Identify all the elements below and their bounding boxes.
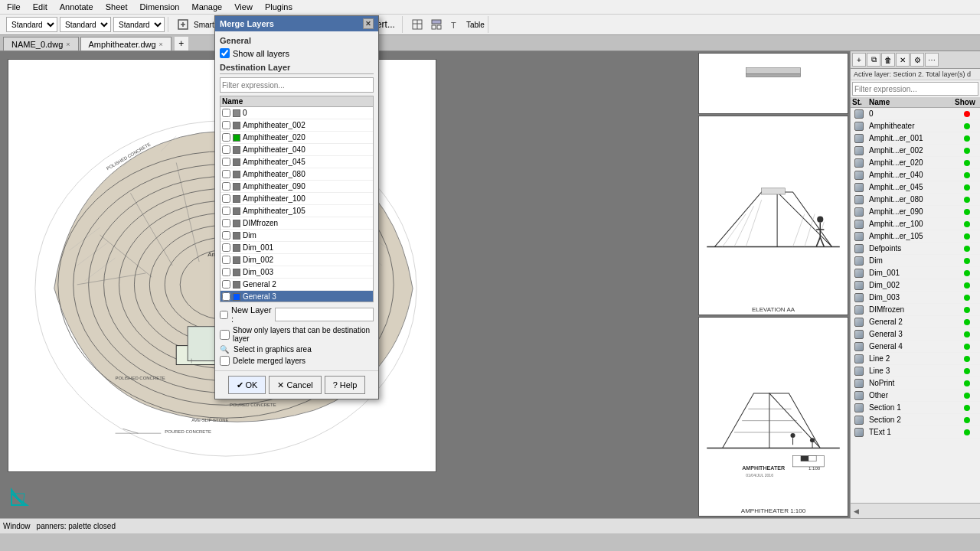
dialog-list-item[interactable]: DIMfrozen	[220, 217, 373, 230]
ok-button[interactable]: ✔ OK	[228, 376, 266, 394]
layer-filter-input[interactable]	[852, 82, 978, 96]
layer-row[interactable]: Amphit...er_002	[851, 145, 980, 157]
layer-row[interactable]: Line 3	[851, 365, 980, 377]
menu-plugins[interactable]: Plugins	[261, 2, 296, 12]
layer-row[interactable]: Amphit...er_001	[851, 132, 980, 145]
menu-edit[interactable]: Edit	[29, 2, 51, 12]
dialog-list-item[interactable]: Dim_001	[220, 242, 373, 254]
delete-merged-checkbox[interactable]	[220, 356, 230, 366]
tab-name0-close[interactable]: ×	[66, 41, 70, 48]
dialog-filter-input[interactable]	[220, 77, 374, 93]
dialog-close-btn[interactable]: ✕	[363, 18, 374, 29]
layer-row[interactable]: Amphit...er_105	[851, 230, 980, 243]
layer-row[interactable]: General 3	[851, 328, 980, 341]
layer-row[interactable]: Amphit...er_040	[851, 169, 980, 181]
standard-dropdown2[interactable]: Standard	[60, 17, 111, 32]
layer-row[interactable]: 0	[851, 108, 980, 120]
layer-close-btn[interactable]: ✕	[896, 53, 910, 67]
layer-add-btn[interactable]: +	[852, 53, 866, 67]
dialog-list-item[interactable]: Amphitheater_100	[220, 193, 373, 205]
layer-row[interactable]: NoPrint	[851, 377, 980, 390]
dialog-list-item[interactable]: Amphitheater_080	[220, 168, 373, 181]
layer-checkbox[interactable]	[222, 268, 230, 276]
layer-checkbox[interactable]	[222, 219, 230, 227]
menu-sheet[interactable]: Sheet	[102, 2, 132, 12]
standard-dropdown[interactable]: Standard	[6, 17, 57, 32]
layer-checkbox[interactable]	[222, 133, 230, 142]
layer-row[interactable]: Amphit...er_045	[851, 181, 980, 194]
cancel-button[interactable]: ✕ Cancel	[269, 376, 321, 394]
dialog-list-item[interactable]: Amphitheater_045	[220, 156, 373, 168]
layer-row[interactable]: Amphit...er_100	[851, 218, 980, 230]
layer-checkbox[interactable]	[222, 158, 230, 166]
layer-checkbox[interactable]	[222, 292, 230, 301]
layer-row[interactable]: General 4	[851, 341, 980, 353]
layer-row[interactable]: Dim_003	[851, 292, 980, 304]
layer-checkbox[interactable]	[222, 231, 230, 240]
show-all-layers-checkbox[interactable]	[220, 48, 230, 58]
layer-row[interactable]: Line 2	[851, 353, 980, 365]
layer-row[interactable]: Amphit...er_090	[851, 206, 980, 218]
layer-row[interactable]: Amphitheater	[851, 120, 980, 132]
layer-settings-btn[interactable]: ⚙	[910, 53, 924, 67]
menu-file[interactable]: File	[3, 2, 24, 12]
table-btn2[interactable]	[428, 16, 445, 33]
layer-checkbox[interactable]	[222, 256, 230, 264]
layer-del-btn[interactable]: 🗑	[881, 53, 895, 67]
smart-btn[interactable]	[175, 16, 191, 33]
table-btn1[interactable]	[409, 16, 426, 33]
layer-row[interactable]: DIMfrozen	[851, 304, 980, 316]
layer-checkbox[interactable]	[222, 207, 230, 215]
table-btn3[interactable]: T	[447, 16, 464, 33]
layer-more-btn[interactable]: ⋯	[925, 53, 939, 67]
dialog-list-item[interactable]: General 3	[220, 291, 373, 302]
menu-annotate[interactable]: Annotate	[56, 2, 97, 12]
layer-row[interactable]: Dim_002	[851, 279, 980, 292]
menu-view[interactable]: View	[230, 2, 256, 12]
dialog-list-item[interactable]: 0	[220, 107, 373, 119]
layer-row-show	[953, 356, 980, 362]
layer-checkbox[interactable]	[222, 121, 230, 129]
new-tab-btn[interactable]: +	[175, 37, 188, 51]
new-layer-checkbox[interactable]	[220, 311, 228, 319]
show-destination-checkbox[interactable]	[220, 330, 230, 340]
help-button[interactable]: ? Help	[325, 376, 366, 394]
layer-row[interactable]: Defpoints	[851, 243, 980, 255]
dialog-list-item[interactable]: Amphitheater_105	[220, 205, 373, 217]
dialog-list-item[interactable]: Dim_002	[220, 254, 373, 266]
menu-dimension[interactable]: Dimension	[136, 2, 184, 12]
dialog-list-item[interactable]: Dim_003	[220, 266, 373, 279]
layer-checkbox[interactable]	[222, 194, 230, 203]
dialog-list-item[interactable]: Amphitheater_002	[220, 119, 373, 132]
layer-row[interactable]: Other	[851, 390, 980, 402]
layer-row[interactable]: General 2	[851, 316, 980, 328]
menu-manage[interactable]: Manage	[188, 2, 226, 12]
layer-row[interactable]: Amphit...er_080	[851, 194, 980, 206]
layer-row[interactable]: TExt 1	[851, 426, 980, 439]
layer-copy-btn[interactable]: ⧉	[867, 53, 880, 67]
merge-layers-dialog[interactable]: Merge Layers ✕ General Show all layers D…	[214, 15, 379, 399]
layer-checkbox[interactable]	[222, 170, 230, 178]
dialog-list-item[interactable]: Amphitheater_040	[220, 144, 373, 156]
layer-row[interactable]: Dim_001	[851, 267, 980, 279]
tab-amphitheater-close[interactable]: ×	[159, 41, 163, 48]
layer-row[interactable]: Amphit...er_020	[851, 157, 980, 169]
dialog-list-item[interactable]: Amphitheater_090	[220, 181, 373, 193]
dialog-list-item[interactable]: Amphitheater_020	[220, 132, 373, 144]
layer-checkbox[interactable]	[222, 145, 230, 154]
tab-name0[interactable]: NAME_0.dwg ×	[3, 37, 79, 51]
layer-row[interactable]: Section 1	[851, 402, 980, 414]
layer-checkbox[interactable]	[222, 243, 230, 252]
layer-arrow-left[interactable]: ◀	[854, 507, 859, 515]
standard-dropdown3[interactable]: Standard	[113, 17, 165, 32]
tab-amphitheater[interactable]: Amphitheater.dwg ×	[80, 37, 172, 51]
layer-row[interactable]: Section 2	[851, 414, 980, 426]
dialog-list-item[interactable]: General 2	[220, 279, 373, 291]
layer-checkbox[interactable]	[222, 280, 230, 289]
layer-checkbox[interactable]	[222, 182, 230, 191]
dialog-list-item[interactable]: Dim	[220, 230, 373, 242]
svg-rect-69	[699, 161, 848, 270]
layer-row[interactable]: Dim	[851, 255, 980, 267]
new-layer-input[interactable]	[275, 308, 374, 321]
layer-checkbox[interactable]	[222, 109, 230, 117]
